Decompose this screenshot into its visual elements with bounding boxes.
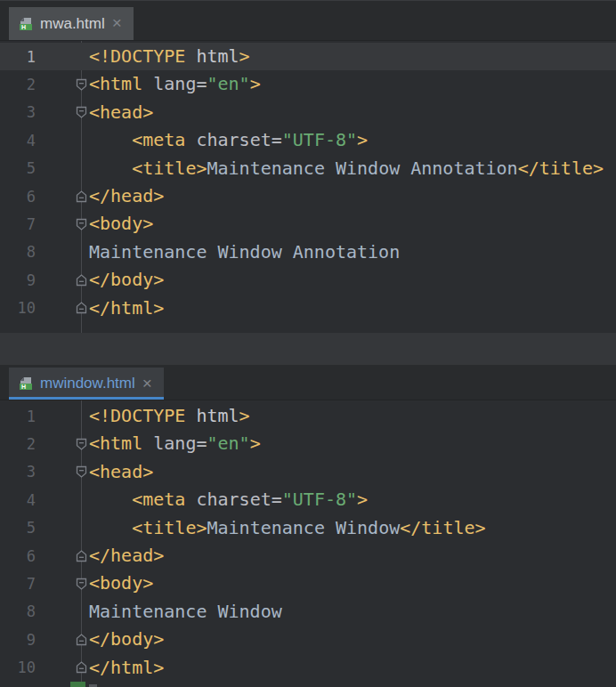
line-number: 10 (0, 299, 36, 317)
code-text: <html lang="en"> (89, 430, 261, 457)
close-icon[interactable]: × (142, 375, 152, 393)
line-number: 4 (0, 491, 36, 509)
fold-close-icon[interactable] (75, 660, 88, 675)
code-line[interactable]: 6</head> (0, 182, 616, 210)
code-line[interactable]: 2<html lang="en"> (0, 70, 616, 98)
tab-label: mwa.html (40, 15, 105, 33)
html-file-icon: H (19, 376, 33, 391)
code-line[interactable]: 2<html lang="en"> (0, 430, 616, 457)
fold-close-icon[interactable] (75, 190, 88, 204)
code-text: </html> (89, 295, 164, 322)
code-line[interactable]: 7<body> (0, 570, 616, 597)
tab-bar-top: H mwa.html × (0, 0, 616, 41)
code-line[interactable]: 9</body> (0, 626, 616, 653)
tab-bar-bottom: H mwindow.html × (0, 365, 616, 400)
code-line[interactable]: 1<!DOCTYPE html> (0, 402, 616, 430)
code-text: <body> (89, 570, 153, 597)
code-text: </body> (89, 626, 164, 653)
code-rows: 1<!DOCTYPE html>2<html lang="en">3<head>… (0, 41, 616, 322)
fold-open-icon[interactable] (75, 217, 88, 231)
tab-label: mwindow.html (40, 375, 135, 392)
line-number: 6 (0, 547, 36, 565)
line-number: 7 (0, 575, 36, 593)
line-number: 5 (0, 519, 36, 537)
code-line[interactable]: 3<head> (0, 458, 616, 486)
line-number: 9 (0, 271, 36, 289)
code-text: <!DOCTYPE html> (89, 402, 250, 430)
code-text: <meta charset="UTF-8"> (89, 486, 368, 513)
close-icon[interactable]: × (112, 14, 122, 33)
svg-text:H: H (21, 24, 26, 30)
fold-open-icon[interactable] (75, 77, 88, 92)
code-text: <head> (89, 458, 153, 486)
code-text: <body> (89, 210, 153, 238)
code-text: </html> (89, 654, 164, 682)
line-number: 5 (0, 159, 36, 177)
code-text: <meta charset="UTF-8"> (89, 126, 368, 154)
line-number: 10 (0, 659, 36, 676)
code-line[interactable]: 6</head> (0, 542, 616, 570)
line-number: 1 (0, 408, 36, 425)
fold-open-icon[interactable] (75, 577, 88, 591)
html-file-icon: H (19, 17, 33, 31)
code-line[interactable]: 9</body> (0, 266, 616, 294)
code-line[interactable]: 5 <title>Maintenance Window</title> (0, 514, 616, 542)
line-number: 9 (0, 631, 36, 649)
line-number: 3 (0, 103, 36, 121)
line-number: 7 (0, 215, 36, 233)
code-line[interactable]: 10</html> (0, 654, 616, 682)
svg-text:H: H (21, 384, 26, 390)
fold-open-icon[interactable] (75, 465, 88, 479)
code-text: </head> (89, 542, 164, 570)
code-rows: 1<!DOCTYPE html>2<html lang="en">3<head>… (0, 400, 616, 682)
code-text: Maintenance Window (89, 598, 282, 626)
code-text: <title>Maintenance Window</title> (89, 514, 486, 542)
line-number: 3 (0, 463, 36, 481)
code-text: <head> (89, 99, 153, 126)
fold-close-icon[interactable] (75, 273, 88, 287)
fold-close-icon[interactable] (75, 549, 88, 563)
ide-window: H mwa.html × 1<!DOCTYPE html>2<html lang… (0, 0, 616, 687)
code-text: </head> (89, 182, 164, 210)
line-number: 2 (0, 76, 36, 93)
code-text: <!DOCTYPE html> (89, 43, 250, 70)
code-line[interactable]: 8Maintenance Window Annotation (0, 238, 616, 266)
fold-open-icon[interactable] (75, 437, 88, 451)
code-line[interactable]: 10</html> (0, 295, 616, 322)
line-number: 1 (0, 48, 36, 66)
partial-breadcrumb-icon (70, 682, 85, 687)
fold-close-icon[interactable] (75, 301, 88, 315)
code-line[interactable]: 4 <meta charset="UTF-8"> (0, 126, 616, 154)
editor-pane-top[interactable]: 1<!DOCTYPE html>2<html lang="en">3<head>… (0, 41, 616, 333)
line-number: 4 (0, 132, 36, 150)
line-number: 2 (0, 435, 36, 453)
fold-open-icon[interactable] (75, 105, 88, 119)
code-text: Maintenance Window Annotation (89, 238, 400, 266)
line-number: 6 (0, 188, 36, 206)
line-number: 8 (0, 243, 36, 261)
fold-close-icon[interactable] (75, 633, 88, 647)
code-line[interactable]: 1<!DOCTYPE html> (0, 43, 616, 70)
tab-mwindow-html[interactable]: H mwindow.html × (9, 368, 164, 400)
code-line[interactable]: 5 <title>Maintenance Window Annotation</… (0, 155, 616, 182)
code-line[interactable]: 7<body> (0, 210, 616, 238)
pane-split-strip[interactable] (0, 333, 616, 365)
line-number: 8 (0, 602, 36, 620)
code-text: </body> (89, 266, 164, 294)
code-text: <title>Maintenance Window Annotation</ti… (89, 155, 604, 182)
code-line[interactable]: 4 <meta charset="UTF-8"> (0, 486, 616, 513)
code-line[interactable]: 3<head> (0, 99, 616, 126)
editor-pane-bottom[interactable]: 1<!DOCTYPE html>2<html lang="en">3<head>… (0, 400, 616, 687)
code-line[interactable]: 8Maintenance Window (0, 598, 616, 626)
code-text: <html lang="en"> (89, 70, 261, 98)
tab-mwa-html[interactable]: H mwa.html × (9, 7, 134, 40)
